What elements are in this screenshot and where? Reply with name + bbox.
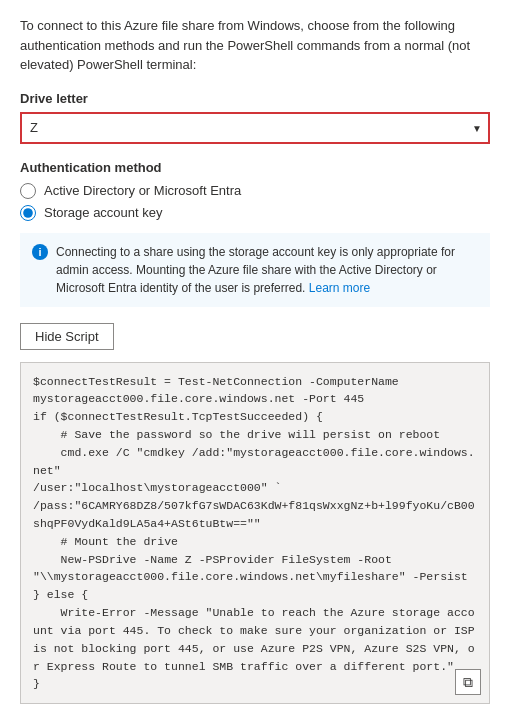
script-container: $connectTestResult = Test-NetConnection … — [20, 362, 490, 705]
copy-button[interactable]: ⧉ — [455, 669, 481, 695]
auth-method-label: Authentication method — [20, 160, 490, 175]
learn-more-link[interactable]: Learn more — [309, 281, 370, 295]
radio-ad[interactable] — [20, 183, 36, 199]
auth-method-group: Active Directory or Microsoft Entra Stor… — [20, 183, 490, 221]
radio-ad-label: Active Directory or Microsoft Entra — [44, 183, 241, 198]
drive-letter-wrapper: Z A B C D E Y ▼ — [20, 112, 490, 144]
drive-letter-select[interactable]: Z A B C D E Y — [20, 112, 490, 144]
radio-item-key[interactable]: Storage account key — [20, 205, 490, 221]
radio-key-label: Storage account key — [44, 205, 163, 220]
info-box-text: Connecting to a share using the storage … — [56, 243, 478, 297]
info-box: i Connecting to a share using the storag… — [20, 233, 490, 307]
drive-letter-label: Drive letter — [20, 91, 490, 106]
radio-key[interactable] — [20, 205, 36, 221]
hide-script-button[interactable]: Hide Script — [20, 323, 114, 350]
intro-text: To connect to this Azure file share from… — [20, 16, 490, 75]
info-icon: i — [32, 244, 48, 260]
script-text: $connectTestResult = Test-NetConnection … — [33, 373, 477, 694]
radio-item-ad[interactable]: Active Directory or Microsoft Entra — [20, 183, 490, 199]
